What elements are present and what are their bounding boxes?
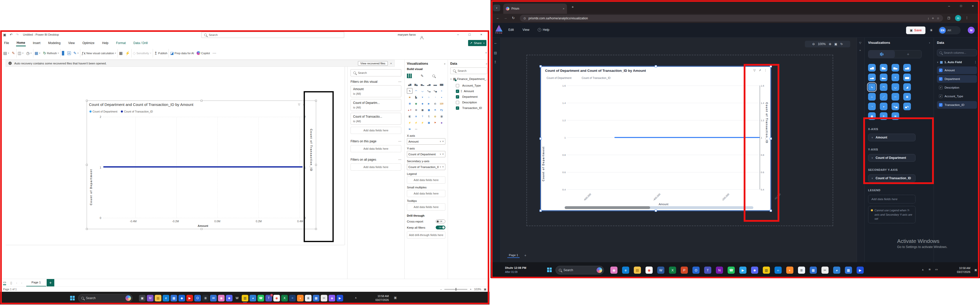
viz-type-icon[interactable]: ∿▂ [426, 88, 432, 94]
cross-report-toggle[interactable]: Off [436, 220, 445, 223]
taskbar-app-icon[interactable]: ▦ [810, 267, 817, 274]
close-button[interactable]: × [480, 33, 482, 36]
well-field-pill[interactable]: Amount ∨ ✕ [407, 138, 445, 145]
taskbar-app-icon[interactable]: ◕ [250, 295, 256, 302]
viz-type-icon[interactable]: ▄▆ [868, 64, 876, 71]
taskbar-app-icon[interactable]: ▦ [313, 295, 320, 302]
kebab-menu-icon[interactable]: ⋮ [974, 60, 977, 64]
page-tab[interactable]: Page 1 [26, 279, 46, 287]
field-row[interactable]: ✓ Department [937, 75, 977, 83]
horizontal-scrollbar[interactable] [565, 206, 753, 209]
viz-type-icon[interactable]: ◢ [903, 83, 911, 91]
legend-item[interactable]: Count of Department [547, 76, 571, 79]
taskbar-app-icon[interactable]: ▶ [739, 267, 746, 274]
viz-type-icon[interactable]: ⊞ [407, 101, 412, 106]
weather-widget[interactable]: Dhuhr 12:08 PM After 01:09 [505, 266, 526, 274]
tray-chevron-icon[interactable]: ∧ [355, 296, 357, 299]
remove-field-icon[interactable]: ✕ [442, 166, 444, 168]
field-row[interactable]: ✓ Σ Amount [456, 88, 487, 94]
taskbar-app-icon[interactable]: ☎ [258, 295, 264, 302]
field-row[interactable]: ✓ Description [456, 100, 487, 105]
well-field-pill[interactable]: Count of Transaction_ID ∨ ✕ [407, 164, 445, 170]
ribbon-button[interactable]: ▦ ∨ [33, 48, 42, 58]
zoom-slider[interactable] [444, 289, 467, 290]
ribbon-button[interactable]: ▤ ∨ [2, 48, 10, 58]
user-avatar[interactable]: M [968, 27, 975, 33]
taskbar-clock[interactable]: 10:58 AM 03/27/2026 [945, 266, 970, 274]
taskbar-search[interactable]: Search [555, 266, 604, 275]
viz-type-icon[interactable]: ∿ [868, 83, 876, 91]
viz-type-icon[interactable]: ◕ [439, 95, 444, 100]
ribbon-button[interactable]: A ∨ [66, 48, 72, 58]
ribbon-button[interactable]: ✎ ∨ [72, 48, 80, 58]
table-node[interactable]: ∨ ▦ 1. Auto Field ⋮ [937, 60, 977, 64]
download-icon[interactable]: ↓ [928, 17, 929, 20]
taskbar-app-icon[interactable]: ✂ [321, 295, 327, 302]
menu-item[interactable]: Optimize [82, 40, 95, 46]
tooltips-dropzone[interactable]: Add data fields here [407, 204, 445, 210]
chevron-down-icon[interactable]: ∨ [439, 166, 441, 168]
field-checkbox[interactable]: ✓ [456, 101, 459, 104]
expand-icon[interactable]: ↗ [759, 69, 761, 72]
zoom-out-icon[interactable]: ⊖ [812, 42, 815, 46]
browser-menu-icon[interactable]: ⋮ [965, 16, 969, 20]
account-name[interactable]: maryam faroo [398, 33, 416, 36]
ribbon-button[interactable]: ◷ ∨ [25, 48, 33, 58]
viz-type-icon[interactable]: ▤ [439, 114, 444, 119]
refresh-icon[interactable]: ↻ [840, 42, 843, 46]
field-row[interactable]: ✓ Department [456, 94, 487, 100]
viz-type-icon[interactable]: ⚑ [433, 120, 438, 125]
filter-icon[interactable]: ▽ [753, 69, 756, 72]
taskbar-app-icon[interactable]: O [692, 267, 700, 274]
design-canvas[interactable]: ⊖ 100% ⊕ ▣ ↻ Count of Department and Cou… [501, 38, 857, 262]
fit-to-page-icon[interactable]: ▣ [484, 288, 487, 291]
viz-type-icon[interactable]: ◴ [433, 101, 438, 106]
lang-en-button[interactable]: EN [939, 27, 946, 33]
field-checkbox[interactable]: ✓ [456, 106, 459, 110]
theme-toggle-icon[interactable]: ☀ [929, 28, 933, 33]
taskbar-app-icon[interactable]: ◕ [833, 267, 840, 274]
collapse-pane-icon[interactable]: › [929, 41, 930, 44]
field-checkbox[interactable]: ✓ [939, 77, 942, 81]
address-bar[interactable]: ⊙ prismbi.com.sa/home/analytics/visualiz… [520, 15, 943, 22]
filters-search-input[interactable]: Search [350, 69, 401, 76]
remove-field-icon[interactable]: ✕ [442, 153, 444, 155]
keep-all-filters-toggle[interactable]: On [436, 226, 445, 229]
undo-icon[interactable]: ↶ [10, 33, 13, 37]
prev-page-icon[interactable]: ‹ [16, 281, 17, 284]
legend-item[interactable]: Count of Department [89, 110, 117, 113]
taskbar-app-icon[interactable]: ▤ [634, 267, 641, 274]
viz-type-icon[interactable]: ✧ [880, 112, 888, 120]
back-icon[interactable]: ← [496, 16, 500, 20]
taskbar-app-icon[interactable]: N [716, 267, 723, 274]
viz-type-icon[interactable]: ◠ [880, 83, 888, 91]
viz-type-icon[interactable]: ◧ [407, 114, 412, 119]
y-axis-field-pill[interactable]: ∨ Count of Department [868, 154, 915, 162]
back-icon[interactable]: ← [494, 41, 497, 45]
legend-dropzone[interactable]: Add data fields here [407, 177, 445, 183]
viz-type-icon[interactable]: R [433, 107, 438, 113]
field-row[interactable]: ✓ Account_Type [937, 92, 977, 100]
new-tab-icon[interactable]: + [571, 5, 574, 9]
menu-item[interactable]: Help [102, 40, 109, 46]
menu-item-contextual[interactable]: Format [116, 40, 126, 46]
viz-type-icon[interactable]: ⋰ [880, 93, 888, 101]
fit-screen-icon[interactable]: ▣ [834, 42, 837, 46]
viz-type-icon[interactable]: ≋ [407, 95, 412, 100]
ribbon-search-input[interactable]: Search [201, 32, 344, 38]
expand-rail-icon[interactable]: » [859, 49, 861, 52]
viz-type-icon[interactable]: ? [420, 114, 425, 119]
restore-button[interactable]: □ [469, 33, 471, 36]
viz-type-icon[interactable]: Py [439, 107, 444, 113]
taskbar-app-icon[interactable]: ◉ [646, 267, 653, 274]
filter-card[interactable]: Count of Transactio... is (All) [350, 113, 401, 125]
menu-item-contextual[interactable]: Data / Drill [133, 40, 148, 46]
filter-icon[interactable]: ▽ [298, 103, 300, 106]
viz-type-icon[interactable]: ⚡ [420, 120, 425, 125]
viz-type-icon[interactable]: ⊞ [903, 93, 911, 101]
viz-type-icon[interactable]: ▙ [413, 95, 419, 100]
legend-item[interactable]: Count of Transaction_ID [121, 110, 153, 113]
viz-type-icon[interactable]: ▅▅ [903, 74, 911, 81]
viz-type-icon[interactable]: ▂▅ [426, 82, 432, 87]
viz-type-icon[interactable]: ◍ [868, 112, 876, 120]
